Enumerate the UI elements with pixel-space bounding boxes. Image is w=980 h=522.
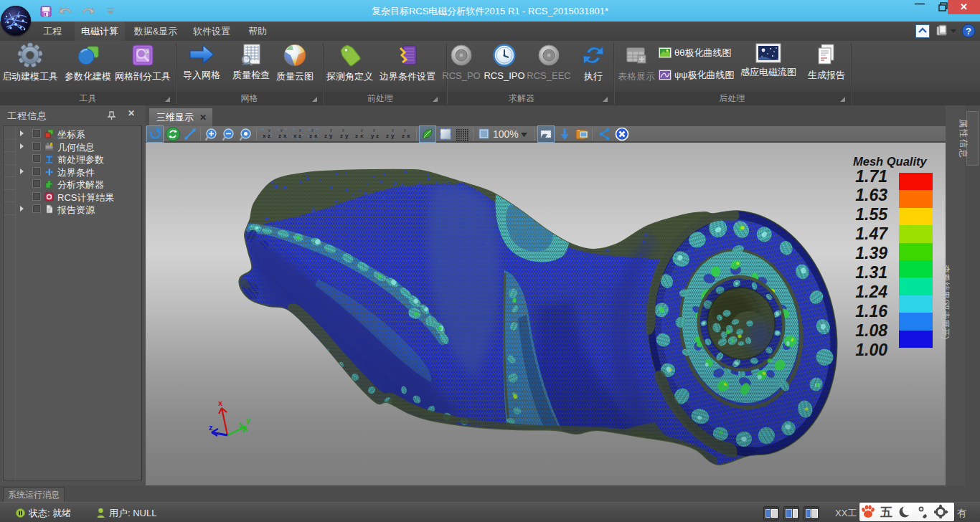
svg-text:z: z xyxy=(386,133,389,139)
svg-text:x: x xyxy=(407,133,410,139)
svg-text:y: y xyxy=(246,416,251,424)
svg-text:?: ? xyxy=(966,26,971,37)
svg-text:y: y xyxy=(330,128,332,132)
svg-text:y: y xyxy=(391,133,395,139)
svg-text:y: y xyxy=(392,128,394,132)
svg-text:x: x xyxy=(218,399,223,407)
svg-text:y: y xyxy=(361,128,363,132)
svg-text:y: y xyxy=(299,128,301,132)
svg-text:y: y xyxy=(311,128,314,132)
svg-text:z: z xyxy=(278,133,281,139)
svg-text:z: z xyxy=(209,423,213,432)
svg-text:z: z xyxy=(324,133,327,139)
svg-text:x: x xyxy=(314,133,318,139)
svg-text:y: y xyxy=(329,133,333,139)
svg-text:y: y xyxy=(268,128,270,132)
svg-text:z: z xyxy=(298,133,301,139)
svg-text:z: z xyxy=(268,133,270,139)
svg-text:z: z xyxy=(376,133,379,139)
svg-text:五: 五 xyxy=(880,506,892,519)
svg-text:y: y xyxy=(404,128,406,132)
svg-text:y: y xyxy=(371,133,374,139)
svg-text:x: x xyxy=(360,133,364,139)
svg-text:y: y xyxy=(345,133,349,139)
svg-text:z: z xyxy=(340,133,343,139)
svg-text:x: x xyxy=(293,133,297,139)
svg-text:z: z xyxy=(402,133,405,139)
svg-text:x: x xyxy=(263,133,266,139)
svg-text:y: y xyxy=(281,128,283,132)
svg-text:x: x xyxy=(283,133,287,139)
svg-text:y: y xyxy=(373,128,375,132)
svg-text:z: z xyxy=(309,133,312,139)
svg-text:y: y xyxy=(342,128,344,132)
svg-text:z: z xyxy=(355,133,358,139)
